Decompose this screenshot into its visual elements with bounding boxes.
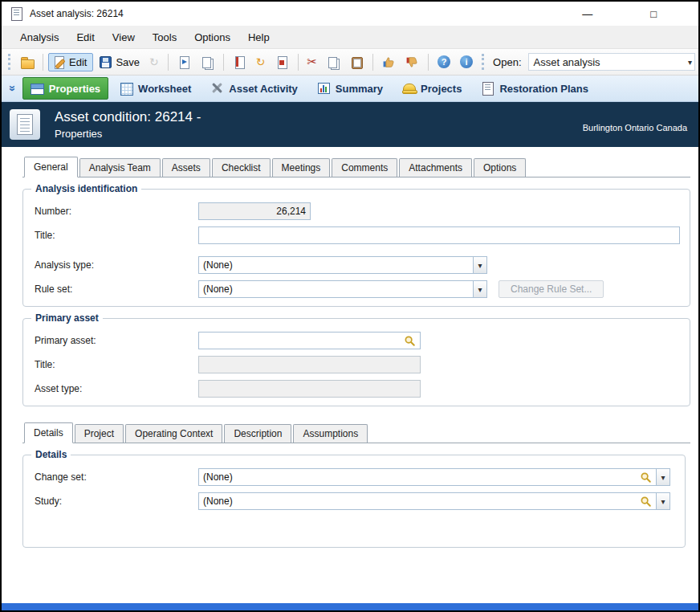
log-button[interactable]: [271, 52, 293, 72]
change-set-label: Change set:: [33, 471, 198, 483]
record-header: Asset condition: 26214 - Properties Burl…: [2, 102, 698, 147]
info-button[interactable]: i: [456, 52, 477, 71]
open-combo[interactable]: Asset analysis ▾: [528, 53, 695, 71]
edit-button[interactable]: Edit: [48, 53, 93, 71]
group-primary-asset: Primary asset Primary asset: Title: Asse…: [22, 318, 690, 406]
open-combo-value: Asset analysis: [534, 56, 600, 68]
help-button[interactable]: ?: [433, 52, 454, 71]
cut-icon: ✂: [307, 55, 318, 68]
group-legend: Primary asset: [31, 312, 103, 324]
approve-button[interactable]: [378, 52, 400, 72]
change-set-dropdown-button[interactable]: ▾: [656, 468, 670, 486]
bottom-strip: [2, 603, 698, 610]
menu-item-edit[interactable]: Edit: [67, 27, 103, 47]
record-subtitle: Properties: [55, 128, 201, 140]
search-icon[interactable]: [640, 471, 652, 483]
rule-set-combo[interactable]: (None) ▾: [198, 280, 487, 298]
number-label: Number:: [33, 206, 198, 217]
form-row-number: Number: 26,214: [33, 202, 680, 220]
tab-operating-context[interactable]: Operating Context: [125, 424, 222, 443]
search-icon[interactable]: [404, 335, 416, 347]
nav-item-label: Properties: [49, 83, 100, 95]
report-button[interactable]: [229, 52, 250, 72]
change-set-combo[interactable]: (None) ▾: [198, 468, 670, 486]
study-dropdown-button[interactable]: ▾: [656, 492, 670, 510]
tab-options[interactable]: Options: [474, 158, 526, 177]
import-icon: [177, 55, 191, 69]
export-icon: [201, 55, 214, 69]
group-legend: Details: [31, 449, 71, 460]
export-button[interactable]: [197, 52, 218, 72]
tab-attachments[interactable]: Attachments: [399, 158, 472, 177]
save-button-label: Save: [116, 56, 140, 68]
analysis-type-dropdown-button[interactable]: ▾: [473, 256, 487, 274]
nav-item-summary[interactable]: Summary: [309, 77, 391, 100]
menu-item-options[interactable]: Options: [185, 27, 239, 47]
toolbar-grip[interactable]: [482, 54, 485, 70]
primary-asset-field[interactable]: [198, 332, 421, 349]
tab-meetings[interactable]: Meetings: [272, 158, 331, 177]
analysis-type-value[interactable]: (None): [198, 256, 473, 274]
folder-icon: [20, 55, 34, 69]
form-row-asset-type: Asset type:: [33, 380, 680, 398]
analysis-type-combo[interactable]: (None) ▾: [198, 256, 487, 274]
nav-item-worksheet[interactable]: Worksheet: [112, 77, 199, 100]
reject-button[interactable]: [401, 52, 423, 72]
rule-set-dropdown-button[interactable]: ▾: [473, 280, 487, 298]
tab-details[interactable]: Details: [24, 422, 73, 443]
import-button[interactable]: [173, 52, 195, 72]
tab-project[interactable]: Project: [75, 424, 124, 443]
save-button[interactable]: Save: [95, 52, 144, 72]
menu-item-view[interactable]: View: [104, 27, 144, 47]
minimize-button[interactable]: —: [582, 8, 592, 20]
refresh-icon: ↻: [149, 55, 159, 68]
asset-title-field: [198, 356, 421, 373]
chevron-down-icon[interactable]: ▾: [688, 58, 692, 67]
study-field[interactable]: (None): [198, 492, 656, 510]
nav-item-asset-activity[interactable]: Asset Activity: [202, 77, 306, 100]
tab-description[interactable]: Description: [224, 424, 291, 443]
tab-analysis-team[interactable]: Analysis Team: [79, 158, 161, 177]
change-set-field[interactable]: (None): [198, 468, 656, 486]
nav-item-label: Restoration Plans: [499, 83, 588, 95]
paste-button[interactable]: [346, 52, 368, 72]
collapse-ribbon-button[interactable]: »: [6, 82, 19, 95]
nav-item-restoration-plans[interactable]: Restoration Plans: [473, 77, 596, 100]
tab-checklist[interactable]: Checklist: [212, 158, 271, 177]
tab-comments[interactable]: Comments: [332, 158, 397, 177]
menu-item-help[interactable]: Help: [239, 27, 279, 47]
nav-item-label: Projects: [421, 83, 462, 95]
copy-button[interactable]: [323, 52, 344, 72]
form-row-rule-set: Rule set: (None) ▾ Change Rule Set...: [33, 280, 680, 298]
nav-item-projects[interactable]: Projects: [394, 77, 470, 100]
study-combo[interactable]: (None) ▾: [198, 492, 670, 510]
menu-item-tools[interactable]: Tools: [144, 27, 185, 47]
hardhat-icon: [402, 82, 416, 95]
menu-item-analysis[interactable]: Analysis: [11, 27, 67, 47]
tab-assumptions[interactable]: Assumptions: [293, 424, 368, 443]
chevron-down-icon: ▾: [661, 497, 665, 506]
log-icon: [275, 55, 289, 69]
maximize-button[interactable]: □: [650, 8, 657, 20]
tab-assets[interactable]: Assets: [162, 158, 210, 177]
toolbar-grip[interactable]: [8, 54, 11, 70]
toolbar-separator: [223, 54, 224, 71]
toolbar-separator: [372, 54, 373, 71]
refresh-data-button[interactable]: ↻: [252, 52, 270, 71]
group-details: Details Change set: (None) ▾ Study:: [22, 455, 686, 548]
number-field[interactable]: 26,214: [198, 202, 311, 220]
rule-set-value[interactable]: (None): [198, 280, 473, 298]
open-form-button[interactable]: [16, 52, 38, 72]
record-title: Asset condition: 26214 -: [55, 109, 201, 125]
primary-asset-label: Primary asset:: [33, 335, 198, 346]
cut-button[interactable]: ✂: [303, 52, 322, 71]
form-row-study: Study: (None) ▾: [33, 492, 675, 510]
chart-icon: [317, 82, 331, 95]
search-icon[interactable]: [640, 496, 652, 508]
toolbar-separator: [428, 54, 429, 71]
document-icon: [481, 82, 494, 95]
thumbs-down-icon: [405, 55, 419, 69]
nav-item-properties[interactable]: Properties: [22, 77, 108, 100]
tab-general[interactable]: General: [24, 157, 78, 177]
title-field[interactable]: [198, 226, 680, 244]
